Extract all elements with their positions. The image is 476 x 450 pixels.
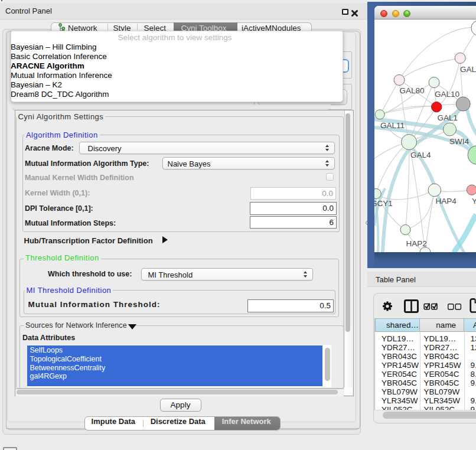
svg-text:HAP4: HAP4	[436, 197, 457, 206]
svg-text:GAL1: GAL1	[438, 113, 458, 122]
svg-text:GAL: GAL	[460, 65, 476, 74]
svg-text:GAL80: GAL80	[400, 86, 425, 95]
svg-text:SWI4: SWI4	[449, 137, 469, 146]
svg-text:GAL10: GAL10	[435, 90, 459, 99]
svg-text:GAL11: GAL11	[380, 121, 405, 130]
svg-text:GAL4: GAL4	[410, 151, 431, 159]
svg-text:GCY1: GCY1	[374, 199, 393, 208]
svg-text:HAP2: HAP2	[406, 239, 427, 248]
svg-text:Y: Y	[472, 197, 476, 206]
